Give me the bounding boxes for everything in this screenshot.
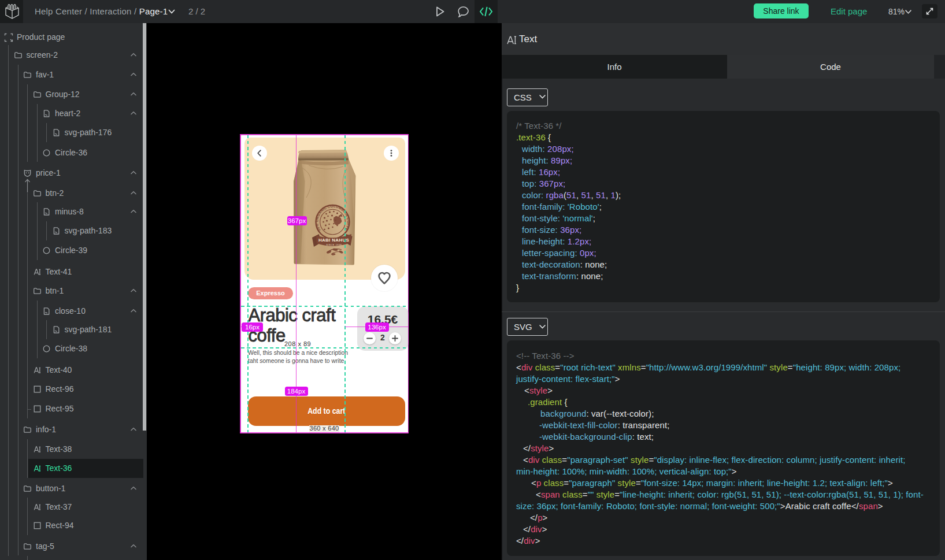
svg-text:SINCE 1998: SINCE 1998 [327, 244, 342, 246]
